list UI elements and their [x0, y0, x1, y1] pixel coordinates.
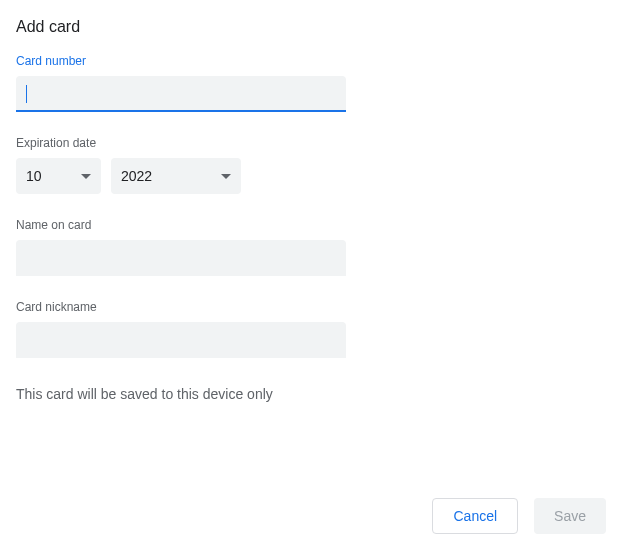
info-text: This card will be saved to this device o…: [16, 386, 606, 402]
save-button[interactable]: Save: [534, 498, 606, 534]
card-number-field: Card number: [16, 54, 606, 112]
expiration-year-select[interactable]: 2022: [111, 158, 241, 194]
expiration-year-value: 2022: [121, 168, 152, 184]
card-nickname-field: Card nickname: [16, 300, 606, 358]
dialog-buttons: Cancel Save: [432, 498, 606, 534]
card-nickname-label: Card nickname: [16, 300, 606, 314]
dialog-title: Add card: [16, 18, 606, 36]
text-caret: [26, 85, 27, 103]
name-on-card-field: Name on card: [16, 218, 606, 276]
expiration-field: Expiration date 10 2022: [16, 136, 606, 194]
chevron-down-icon: [81, 174, 91, 179]
expiration-month-value: 10: [26, 168, 42, 184]
name-on-card-label: Name on card: [16, 218, 606, 232]
card-number-input[interactable]: [16, 76, 346, 112]
cancel-button[interactable]: Cancel: [432, 498, 518, 534]
expiration-label: Expiration date: [16, 136, 606, 150]
chevron-down-icon: [221, 174, 231, 179]
card-number-label: Card number: [16, 54, 606, 68]
name-on-card-input[interactable]: [16, 240, 346, 276]
expiration-month-select[interactable]: 10: [16, 158, 101, 194]
card-nickname-input[interactable]: [16, 322, 346, 358]
